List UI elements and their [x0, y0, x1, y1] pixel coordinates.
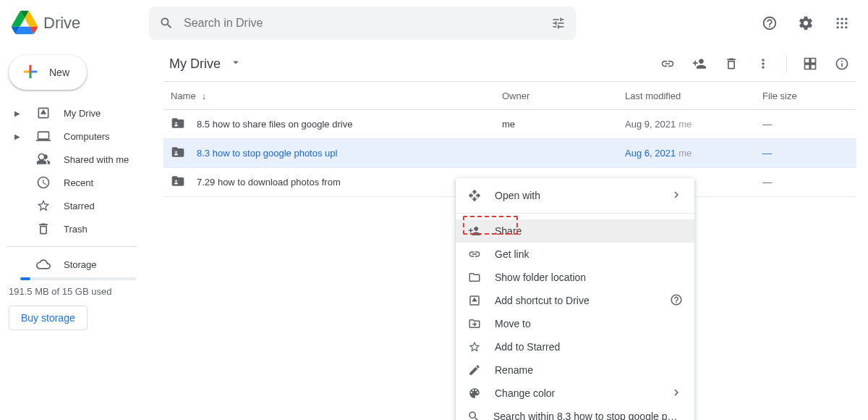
divider — [6, 246, 136, 247]
storage-text: 191.5 MB of 15 GB used — [9, 286, 146, 297]
svg-point-6 — [837, 26, 839, 28]
sidebar-item-storage[interactable]: Storage — [6, 253, 146, 276]
share-button[interactable] — [685, 49, 714, 78]
menu-share[interactable]: Share — [456, 219, 694, 243]
divider — [456, 213, 694, 214]
trash-icon — [36, 222, 51, 236]
help-button[interactable] — [755, 9, 784, 38]
svg-point-4 — [841, 22, 843, 24]
file-name: 8.5 how to share files on google drive — [197, 119, 352, 130]
svg-point-2 — [845, 18, 847, 20]
menu-get-link[interactable]: Get link — [456, 243, 694, 266]
new-button[interactable]: New — [9, 55, 87, 90]
sidebar-item-recent[interactable]: Recent — [6, 171, 146, 194]
details-button[interactable] — [827, 49, 856, 78]
help-icon — [670, 293, 683, 308]
table-row[interactable]: 8.3 how to stop google photos uplAug 6, … — [163, 139, 856, 168]
caret-icon: ▶ — [14, 109, 23, 117]
menu-move-to[interactable]: Move to — [456, 312, 694, 335]
svg-point-1 — [841, 18, 843, 20]
owner-cell: me — [502, 119, 625, 130]
edit-icon — [467, 363, 482, 377]
star-icon — [467, 340, 482, 354]
file-name: 7.29 how to download photos from — [197, 177, 341, 188]
delete-button[interactable] — [717, 49, 746, 78]
computers-icon — [36, 129, 51, 143]
table-row[interactable]: 8.5 how to share files on google driveme… — [163, 110, 856, 139]
menu-add-shortcut[interactable]: Add shortcut to Drive — [456, 289, 694, 312]
app-name: Drive — [43, 14, 80, 33]
star-icon — [36, 198, 51, 213]
svg-point-3 — [837, 22, 839, 24]
person-add-icon — [467, 224, 482, 238]
size-cell: — — [762, 177, 856, 188]
buy-storage-button[interactable]: Buy storage — [9, 306, 88, 330]
svg-point-8 — [845, 26, 847, 28]
tune-icon[interactable] — [550, 14, 567, 32]
view-grid-button[interactable] — [796, 49, 825, 78]
chevron-right-icon — [670, 386, 683, 401]
column-headers: Name ↓ Owner Last modified File size — [163, 81, 856, 110]
new-button-label: New — [49, 67, 69, 78]
col-owner-header[interactable]: Owner — [502, 91, 625, 101]
search-icon — [158, 14, 175, 32]
chevron-down-icon — [229, 56, 242, 72]
more-button[interactable] — [749, 49, 778, 78]
modified-cell: Aug 9, 2021me — [625, 119, 762, 130]
col-size-header[interactable]: File size — [762, 91, 856, 101]
menu-open-with[interactable]: Open with — [456, 184, 694, 207]
shortcut-icon — [467, 293, 482, 308]
link-icon — [467, 247, 482, 261]
recent-icon — [36, 175, 51, 190]
modified-cell: Aug 6, 2021me — [625, 148, 762, 159]
size-cell: — — [762, 148, 856, 159]
chevron-right-icon — [670, 188, 683, 203]
divider — [786, 55, 787, 72]
sidebar-item-my-drive[interactable]: ▶ My Drive — [6, 101, 146, 125]
col-name-header[interactable]: Name ↓ — [163, 91, 502, 101]
shared-folder-icon — [171, 145, 185, 161]
sidebar-item-starred[interactable]: Starred — [6, 194, 146, 217]
drive-logo[interactable]: Drive — [12, 9, 149, 38]
drive-logo-icon — [12, 9, 38, 38]
search-bar[interactable] — [149, 7, 576, 40]
settings-button[interactable] — [791, 9, 820, 38]
sidebar-item-trash[interactable]: Trash — [6, 217, 146, 240]
menu-rename[interactable]: Rename — [456, 358, 694, 382]
sidebar-item-shared[interactable]: Shared with me — [6, 148, 146, 171]
context-menu: Open with Share Get link Show folder loc… — [456, 178, 694, 420]
palette-icon — [467, 386, 482, 400]
move-icon — [467, 316, 482, 331]
get-link-button[interactable] — [653, 49, 682, 78]
menu-add-starred[interactable]: Add to Starred — [456, 335, 694, 358]
menu-search-within[interactable]: Search within 8.3 how to stop google pho… — [456, 405, 694, 420]
svg-point-0 — [837, 18, 839, 20]
svg-point-7 — [841, 26, 843, 28]
sidebar-item-computers[interactable]: ▶ Computers — [6, 125, 146, 148]
menu-show-folder[interactable]: Show folder location — [456, 266, 694, 289]
file-name: 8.3 how to stop google photos upl — [197, 148, 337, 159]
col-modified-header[interactable]: Last modified — [625, 91, 762, 101]
search-icon — [467, 409, 480, 420]
location-dropdown[interactable]: My Drive — [163, 53, 248, 75]
storage-bar — [20, 277, 136, 280]
size-cell: — — [762, 119, 856, 130]
arrow-down-icon: ↓ — [202, 91, 207, 101]
location-label: My Drive — [169, 56, 221, 72]
folder-icon — [467, 270, 482, 285]
sidebar: New ▶ My Drive ▶ Computers Shared with m… — [0, 46, 152, 420]
cloud-icon — [36, 257, 51, 272]
shared-folder-icon — [171, 174, 185, 190]
my-drive-icon — [36, 106, 51, 120]
apps-button[interactable] — [827, 9, 856, 38]
open-with-icon — [467, 188, 482, 203]
search-input[interactable] — [184, 17, 541, 30]
shared-icon — [36, 152, 51, 167]
plus-icon — [20, 62, 41, 84]
caret-icon: ▶ — [14, 133, 23, 140]
shared-folder-icon — [171, 116, 185, 133]
menu-change-color[interactable]: Change color — [456, 382, 694, 405]
svg-point-5 — [845, 22, 847, 24]
